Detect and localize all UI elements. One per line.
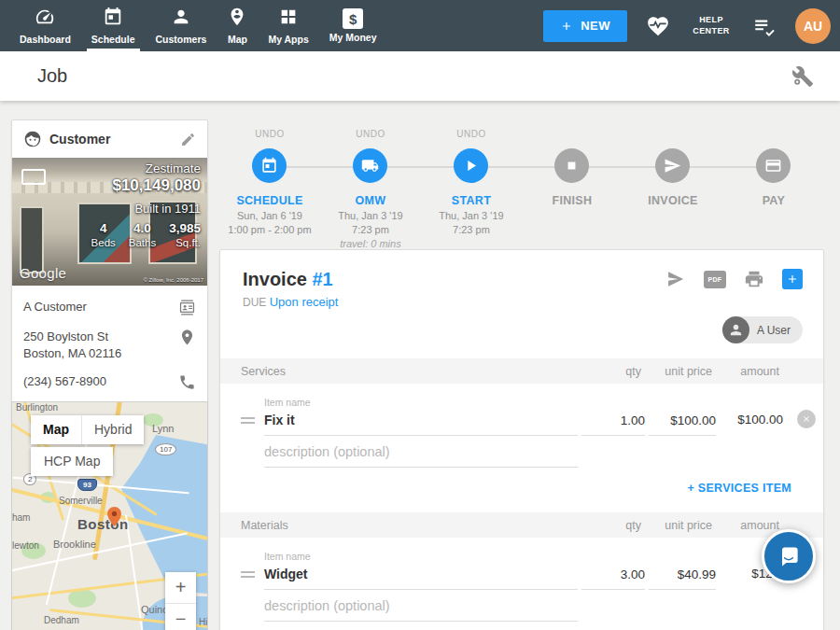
dollar-icon: $: [343, 8, 363, 29]
start-play-icon[interactable]: [454, 148, 488, 183]
page-header: Job: [0, 51, 840, 101]
map-widget[interactable]: Burlington Lynn 107 2 93 Somerville ham …: [11, 401, 208, 630]
step-pay: PAY: [723, 129, 824, 249]
unit-price-field[interactable]: $40.99: [649, 565, 716, 590]
materials-title: Materials: [241, 519, 578, 532]
activity-feed-icon[interactable]: [752, 14, 777, 38]
dashboard-icon: [35, 7, 55, 31]
undo-start-button[interactable]: UNDO: [421, 129, 522, 144]
new-button[interactable]: NEW: [543, 10, 627, 42]
pdf-icon[interactable]: PDF: [704, 271, 726, 288]
pay-card-icon[interactable]: [756, 148, 791, 183]
step-date: Sun, Jan 6 '19: [219, 210, 320, 221]
step-omw: UNDO OMW Thu, Jan 3 '19 7:23 pm travel: …: [320, 129, 421, 249]
map-label-dedham: Dedham: [44, 615, 79, 625]
chat-launcher-button[interactable]: [762, 529, 816, 583]
description-input[interactable]: [264, 441, 578, 468]
description-input[interactable]: [264, 595, 578, 622]
hcp-map-button[interactable]: HCP Map: [31, 447, 113, 476]
zoom-in-button[interactable]: +: [165, 572, 196, 603]
map-label-newton: lewton: [12, 540, 39, 551]
nav-item-my-money[interactable]: $ My Money: [319, 0, 387, 51]
job-tools-icon[interactable]: [791, 65, 814, 88]
assignee-chip[interactable]: A User: [722, 316, 803, 343]
zestimate-overlay: Zestimate $10,149,080 Built in 1911 4Bed…: [91, 161, 201, 248]
sqft-label: Sq.ft.: [169, 237, 201, 248]
service-line-item: Item name Fix it 1.00 $100.00 $100.00: [220, 384, 823, 468]
nav-item-customers[interactable]: Customers: [146, 0, 217, 51]
step-time: 1:00 pm - 2:00 pm: [219, 224, 320, 235]
undo-schedule-button[interactable]: UNDO: [219, 129, 320, 144]
item-name-label: Item name: [264, 397, 823, 408]
unit-price-field[interactable]: $100.00: [649, 411, 716, 436]
finish-stop-icon[interactable]: [554, 148, 589, 183]
map-label-brookline: Brookline: [53, 539, 96, 550]
customer-name-row: A Customer: [23, 299, 196, 316]
nav-item-my-apps[interactable]: My Apps: [258, 0, 318, 51]
step-start: UNDO START Thu, Jan 3 '19 7:23 pm: [421, 129, 522, 249]
add-invoice-button[interactable]: [782, 269, 803, 289]
invoice-send-icon[interactable]: [655, 148, 690, 183]
contact-card-icon[interactable]: [178, 299, 196, 316]
location-pin-icon[interactable]: [178, 329, 196, 346]
add-services-item-link[interactable]: + SERVICES ITEM: [687, 482, 791, 495]
phone-icon[interactable]: [178, 373, 196, 391]
property-photo[interactable]: Zestimate $10,149,080 Built in 1911 4Bed…: [12, 158, 207, 286]
step-label[interactable]: SCHEDULE: [219, 194, 320, 207]
drag-handle-icon[interactable]: [241, 414, 255, 436]
nav-item-schedule[interactable]: Schedule: [81, 0, 146, 51]
invoice-due: DUE Upon receipt: [243, 295, 338, 309]
step-finish: FINISH: [522, 129, 623, 249]
customer-card-header: Customer: [12, 120, 207, 158]
step-label[interactable]: INVOICE: [623, 194, 723, 207]
omw-truck-icon[interactable]: [353, 148, 387, 183]
apps-grid-icon: [278, 7, 299, 31]
invoice-title: Invoice #1: [243, 269, 338, 290]
job-location-pin[interactable]: [107, 507, 121, 530]
step-label[interactable]: OMW: [320, 194, 421, 207]
remove-item-button[interactable]: [797, 410, 816, 428]
zoom-out-button[interactable]: −: [165, 604, 196, 630]
qty-field[interactable]: 1.00: [581, 411, 645, 436]
streetview-frame-icon[interactable]: [21, 169, 46, 185]
step-label[interactable]: PAY: [723, 194, 824, 207]
item-name-field[interactable]: Widget: [264, 564, 578, 590]
schedule-step-icon[interactable]: [252, 148, 287, 183]
health-heart-icon[interactable]: [646, 14, 670, 38]
map-label-somerville: Somerville: [59, 496, 103, 506]
edit-pencil-icon[interactable]: [180, 132, 196, 147]
services-header: Services qty unit price amount: [220, 358, 823, 384]
nav-item-dashboard[interactable]: Dashboard: [9, 0, 81, 51]
nav-item-map[interactable]: Map: [217, 0, 258, 51]
plus-icon: [786, 273, 799, 286]
send-invoice-icon[interactable]: [665, 269, 686, 289]
zestimate-value: $10,149,080: [91, 176, 201, 195]
amount-column-header: amount: [712, 519, 779, 532]
new-button-label: NEW: [581, 19, 610, 33]
step-travel: travel: 0 mins: [320, 238, 421, 249]
map-label-hingham: Hi: [199, 617, 207, 627]
line-amount: $100.00: [716, 410, 783, 436]
help-center-link[interactable]: HELP CENTER: [689, 15, 734, 36]
step-date: Thu, Jan 3 '19: [320, 210, 421, 221]
qty-field[interactable]: 3.00: [581, 565, 645, 590]
due-terms-link[interactable]: Upon receipt: [270, 295, 339, 309]
customer-card-title: Customer: [49, 132, 110, 147]
map-type-hybrid-button[interactable]: Hybrid: [82, 415, 144, 444]
print-icon[interactable]: [744, 269, 764, 289]
map-label-burlington: Burlington: [16, 402, 58, 413]
top-nav: Dashboard Schedule Customers Map My Apps…: [0, 0, 840, 51]
nav-label: Schedule: [91, 34, 135, 45]
customer-card: Customer Zestimate $10,149,080 Built in …: [11, 119, 208, 443]
step-label[interactable]: START: [421, 194, 522, 207]
undo-omw-button[interactable]: UNDO: [320, 129, 421, 144]
drag-handle-icon[interactable]: [241, 568, 255, 590]
map-zoom-control: + −: [165, 572, 196, 630]
invoice-number[interactable]: #1: [312, 269, 332, 289]
map-water: [114, 435, 207, 594]
item-name-field[interactable]: Fix it: [264, 410, 578, 436]
user-avatar[interactable]: AU: [795, 8, 831, 44]
item-name-label: Item name: [264, 551, 823, 562]
map-type-map-button[interactable]: Map: [31, 415, 81, 444]
step-label[interactable]: FINISH: [522, 194, 623, 207]
